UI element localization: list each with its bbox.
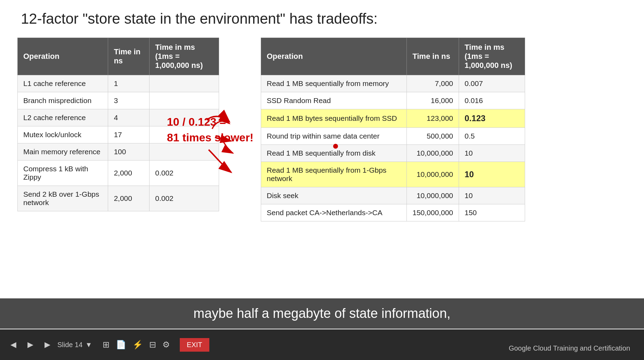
left-cell-ns: 17	[108, 126, 150, 143]
settings-icon[interactable]: ⚙	[162, 340, 170, 350]
right-cell-operation: Round trip within same data center	[261, 128, 407, 145]
right-cell-ms: 0.5	[459, 128, 525, 145]
right-table-row: Read 1 MB sequentially from disk10,000,0…	[261, 145, 525, 162]
annotation-line1: 10 / 0.123 =	[167, 114, 253, 130]
right-cell-ns: 123,000	[407, 109, 459, 128]
left-table-row: Main memory reference100	[18, 143, 219, 161]
left-cell-ms	[150, 143, 219, 161]
annotation-box: 10 / 0.123 = 81 times slower!	[167, 114, 253, 146]
right-col-ns: Time in ns	[407, 38, 459, 75]
left-cell-operation: Send 2 kB over 1-Gbps network	[18, 186, 108, 211]
left-cell-operation: Main memory reference	[18, 143, 108, 161]
right-table-row: Send packet CA->Netherlands->CA150,000,0…	[261, 204, 525, 221]
left-cell-operation: L2 cache reference	[18, 109, 108, 126]
right-cell-ns: 7,000	[407, 75, 459, 92]
left-col-operation: Operation	[18, 38, 108, 75]
right-cell-ms: 10	[459, 145, 525, 162]
slide-content: 12-factor "store state in the environmen…	[0, 0, 644, 360]
left-cell-ms	[150, 75, 219, 92]
right-cell-ns: 16,000	[407, 92, 459, 109]
left-col-ms: Time in ms(1ms = 1,000,000 ns)	[150, 38, 219, 75]
left-cell-operation: Compress 1 kB with Zippy	[18, 161, 108, 186]
left-table-row: Branch misprediction3	[18, 92, 219, 109]
left-table-row: Compress 1 kB with Zippy2,0000.002	[18, 161, 219, 186]
right-table-row: Read 1 MB sequentially from 1-Gbps netwo…	[261, 162, 525, 187]
right-cell-ms: 0.123	[459, 109, 525, 128]
slide-dropdown-icon[interactable]: ▼	[85, 341, 92, 349]
slide-title: 12-factor "store state in the environmen…	[21, 10, 627, 27]
right-cell-ms: 150	[459, 204, 525, 221]
next-button[interactable]: ▶	[41, 338, 54, 351]
left-table-row: L1 cache reference1	[18, 75, 219, 92]
caption-bar: maybe half a megabyte of state informati…	[0, 298, 644, 329]
prev-button[interactable]: ◀	[7, 338, 20, 351]
right-table-row: Round trip within same data center500,00…	[261, 128, 525, 145]
left-cell-ns: 2,000	[108, 161, 150, 186]
lightning-icon[interactable]: ⚡	[132, 340, 143, 350]
slide-indicator: Slide 14 ▼	[57, 341, 92, 349]
right-table-row: Disk seek10,000,00010	[261, 187, 525, 204]
right-cell-ms: 0.007	[459, 75, 525, 92]
right-cell-ms: 0.016	[459, 92, 525, 109]
tables-container: Operation Time in ns Time in ms(1ms = 1,…	[17, 38, 627, 221]
right-cell-ns: 150,000,000	[407, 204, 459, 221]
right-table-row: Read 1 MB sequentially from memory7,0000…	[261, 75, 525, 92]
right-cell-ms: 10	[459, 187, 525, 204]
screen-icon[interactable]: ⊞	[103, 340, 110, 350]
toolbar: ◀ ▶ ▶ Slide 14 ▼ ⊞ 📄 ⚡ ⊟ ⚙ EXIT Google C…	[0, 329, 644, 360]
left-cell-ms: 0.002	[150, 161, 219, 186]
right-table-row: SSD Random Read16,0000.016	[261, 92, 525, 109]
left-col-ns: Time in ns	[108, 38, 150, 75]
right-cell-operation: Send packet CA->Netherlands->CA	[261, 204, 407, 221]
right-cell-operation: SSD Random Read	[261, 92, 407, 109]
right-table-wrapper: Operation Time in ns Time in ms(1ms = 1,…	[261, 38, 525, 221]
right-cell-ns: 10,000,000	[407, 145, 459, 162]
right-table-row: Read 1 MB bytes sequentially from SSD123…	[261, 109, 525, 128]
left-cell-ns: 2,000	[108, 186, 150, 211]
annotation-line2: 81 times slower!	[167, 130, 253, 146]
right-cell-ns: 10,000,000	[407, 162, 459, 187]
left-cell-ns: 1	[108, 75, 150, 92]
left-table-row: Send 2 kB over 1-Gbps network2,0000.002	[18, 186, 219, 211]
right-cell-operation: Disk seek	[261, 187, 407, 204]
toolbar-icons: ⊞ 📄 ⚡ ⊟ ⚙ EXIT	[103, 338, 209, 352]
left-cell-ms	[150, 92, 219, 109]
left-cell-operation: Branch misprediction	[18, 92, 108, 109]
left-cell-ns: 3	[108, 92, 150, 109]
right-cell-ms: 10	[459, 162, 525, 187]
right-cell-ns: 10,000,000	[407, 187, 459, 204]
toolbar-nav: ◀ ▶ ▶	[7, 338, 54, 351]
right-cell-operation: Read 1 MB sequentially from memory	[261, 75, 407, 92]
left-cell-operation: Mutex lock/unlock	[18, 126, 108, 143]
notes-icon[interactable]: 📄	[116, 340, 126, 350]
right-cell-ns: 500,000	[407, 128, 459, 145]
left-cell-ns: 100	[108, 143, 150, 161]
right-col-operation: Operation	[261, 38, 407, 75]
right-cell-operation: Read 1 MB sequentially from disk	[261, 145, 407, 162]
left-cell-ns: 4	[108, 109, 150, 126]
caption-text: maybe half a megabyte of state informati…	[193, 306, 450, 321]
right-cell-operation: Read 1 MB bytes sequentially from SSD	[261, 109, 407, 128]
layout-icon[interactable]: ⊟	[149, 340, 156, 350]
play-button[interactable]: ▶	[24, 338, 37, 351]
left-cell-ms: 0.002	[150, 186, 219, 211]
right-col-ms: Time in ms(1ms = 1,000,000 ns)	[459, 38, 525, 75]
right-table: Operation Time in ns Time in ms(1ms = 1,…	[261, 38, 525, 221]
right-cell-operation: Read 1 MB sequentially from 1-Gbps netwo…	[261, 162, 407, 187]
google-brand-label: Google Cloud Training and Certification	[509, 344, 630, 352]
exit-button[interactable]: EXIT	[180, 338, 209, 352]
slide-label: Slide 14	[57, 341, 82, 349]
left-cell-operation: L1 cache reference	[18, 75, 108, 92]
